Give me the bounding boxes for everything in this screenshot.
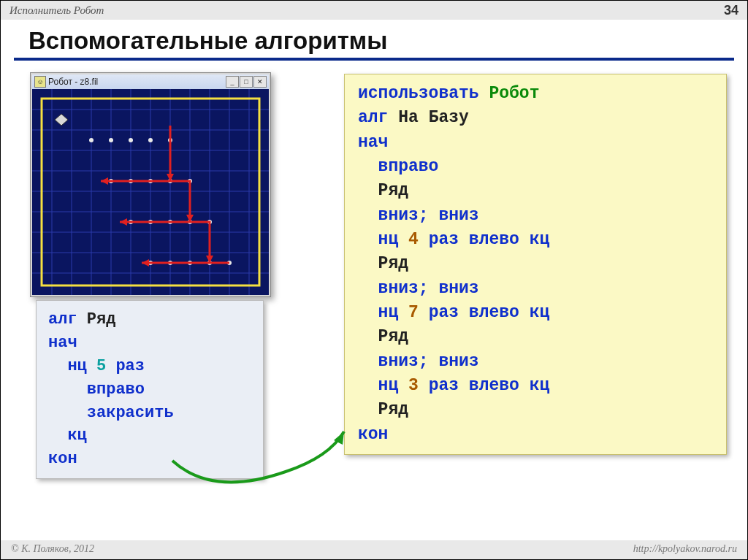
svg-point-23: [89, 138, 94, 142]
code-main: использовать Робот алг На Базу нач вправ…: [344, 74, 727, 455]
svg-marker-49: [334, 431, 344, 445]
slide-title: Вспомогательные алгоритмы: [28, 27, 747, 55]
topbar: Исполнитель Робот 34: [1, 1, 747, 20]
code-subroutine: алг Ряд нач нц 5 раз вправо закрасить кц…: [36, 300, 264, 479]
robot-window: ☺ Робот - z8.fil _ □ ✕: [30, 72, 271, 297]
minimize-button[interactable]: _: [226, 76, 239, 88]
close-button[interactable]: ✕: [253, 76, 267, 88]
maximize-button[interactable]: □: [240, 76, 253, 88]
robot-window-title: Робот - z8.fil: [48, 77, 98, 87]
slide: Исполнитель Робот 34 Вспомогательные алг…: [0, 0, 748, 560]
svg-point-24: [109, 138, 113, 142]
title-underline: [14, 58, 734, 61]
svg-point-26: [148, 138, 153, 142]
robot-app-icon: ☺: [34, 76, 46, 88]
page-number: 34: [724, 3, 739, 18]
svg-point-25: [129, 138, 133, 142]
section-title: Исполнитель Робот: [9, 4, 104, 17]
footer: © К. Поляков, 2012 http://kpolyakov.naro…: [1, 540, 747, 559]
robot-titlebar: ☺ Робот - z8.fil _ □ ✕: [32, 74, 269, 89]
robot-grid: [32, 89, 269, 295]
footer-url: http://kpolyakov.narod.ru: [633, 543, 737, 555]
copyright: © К. Поляков, 2012: [11, 543, 94, 555]
